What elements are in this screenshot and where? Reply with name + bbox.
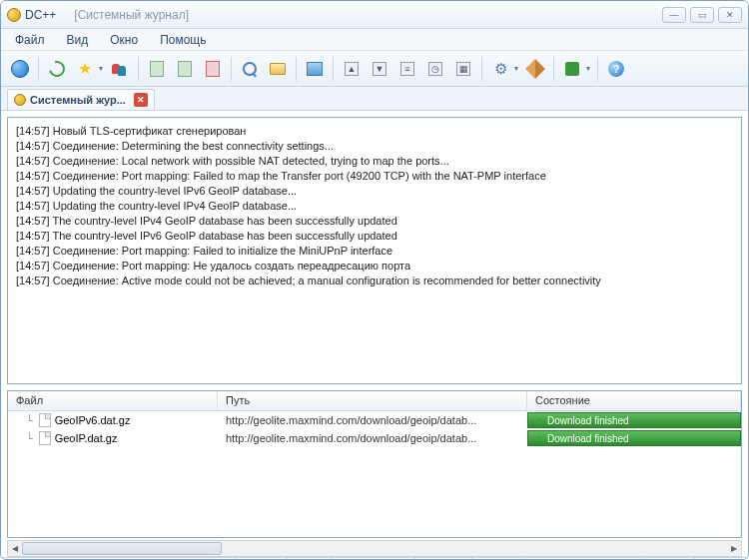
file-path: http://geolite.maxmind.com/download/geoi… (218, 432, 527, 444)
t5-button[interactable]: ▦ (450, 56, 476, 82)
clipboard-up-icon (206, 61, 220, 77)
queue-button[interactable] (144, 56, 170, 82)
col-state[interactable]: Состояние (527, 391, 741, 410)
help-icon: ? (608, 61, 624, 77)
square-up-icon: ▲ (345, 62, 359, 76)
state-text: Download finished (547, 433, 629, 444)
settings-button[interactable]: ⚙ (487, 56, 513, 82)
col-path[interactable]: Путь (218, 391, 527, 410)
window-subtitle: [Системный журнал] (74, 8, 189, 22)
tabstrip: Системный жур... ✕ (1, 87, 748, 111)
square-list-icon: ≡ (400, 62, 414, 76)
finished-ul-button[interactable] (200, 56, 226, 82)
clipboard-down-icon (178, 61, 192, 77)
log-line: [14:57] Соединение: Port mapping: Failed… (16, 169, 733, 184)
refresh-icon (46, 58, 68, 80)
log-line: [14:57] Соединение: Determining the best… (16, 139, 733, 154)
favorites-dropdown[interactable]: ▾ (97, 64, 105, 73)
image-button[interactable] (302, 56, 328, 82)
t3-button[interactable]: ≡ (394, 56, 420, 82)
t1-button[interactable]: ▲ (339, 56, 365, 82)
log-line: [14:57] Updating the country-level IPv4 … (16, 199, 733, 214)
globe-icon (11, 60, 29, 78)
file-icon (39, 431, 51, 445)
reconnect-button[interactable] (44, 56, 70, 82)
log-pane[interactable]: [14:57] Новый TLS-сертификат сгенерирова… (7, 117, 742, 384)
adlsearch-button[interactable] (265, 56, 291, 82)
search-icon (243, 62, 257, 76)
menu-file[interactable]: Файл (15, 33, 45, 47)
log-line: [14:57] Соединение: Active mode could no… (16, 274, 733, 288)
file-icon (39, 413, 51, 427)
progress-bar: ▼Download finished (527, 412, 741, 428)
menubar: Файл Вид Окно Помощь (1, 29, 748, 51)
t2-button[interactable]: ▼ (367, 56, 392, 82)
folder-search-icon (270, 63, 286, 75)
clipboard-icon (150, 61, 164, 77)
log-line: [14:57] Соединение: Local network with p… (16, 154, 733, 169)
minimize-button[interactable]: — (662, 7, 686, 23)
help-button[interactable]: ? (603, 56, 629, 82)
menu-window[interactable]: Окно (110, 33, 138, 47)
tab-system-log[interactable]: Системный жур... ✕ (7, 89, 155, 110)
log-line: [14:57] Соединение: Port mapping: Failed… (16, 244, 733, 259)
titlebar: DC++ [Системный журнал] — ▭ ✕ (1, 1, 748, 29)
transfers-panel: Файл Путь Состояние └GeoIPv6.dat.gz http… (7, 390, 742, 538)
file-path: http://geolite.maxmind.com/download/geoi… (218, 414, 527, 426)
tab-label: Системный жур... (30, 94, 126, 106)
search-button[interactable] (237, 56, 263, 82)
file-name: GeoIP.dat.gz (55, 432, 118, 444)
connect-button[interactable] (7, 56, 33, 82)
col-file[interactable]: Файл (8, 391, 218, 410)
log-line: [14:57] Updating the country-level IPv6 … (16, 184, 733, 199)
plugins-dropdown[interactable]: ▾ (584, 64, 592, 73)
progress-bar: ▼Download finished (527, 430, 741, 446)
app-title: DC++ (25, 8, 56, 22)
close-button[interactable]: ✕ (718, 7, 742, 23)
scroll-thumb[interactable] (22, 542, 222, 555)
plugins-button[interactable] (559, 56, 585, 82)
maximize-button[interactable]: ▭ (690, 7, 714, 23)
scroll-left[interactable]: ◀ (8, 541, 22, 556)
favorites-button[interactable]: ★ (72, 56, 98, 82)
star-icon: ★ (78, 59, 92, 78)
log-line: [14:57] Соединение: Port mapping: Не уда… (16, 259, 733, 274)
transfer-row[interactable]: └GeoIPv6.dat.gz http://geolite.maxmind.c… (8, 411, 741, 429)
toolbar: ★ ▾ ▲ ▼ ≡ ◷ ▦ ⚙ ▾ ▾ ? (1, 51, 748, 87)
file-name: GeoIPv6.dat.gz (55, 414, 131, 426)
transfer-row[interactable]: └GeoIP.dat.gz http://geolite.maxmind.com… (8, 429, 741, 447)
square-clock-icon: ◷ (428, 62, 442, 76)
users-button[interactable] (107, 56, 133, 82)
log-line: [14:57] Новый TLS-сертификат сгенерирова… (16, 124, 733, 139)
users-icon (112, 61, 128, 77)
settings-dropdown[interactable]: ▾ (512, 64, 520, 73)
picture-icon (307, 62, 323, 76)
t4-button[interactable]: ◷ (422, 56, 448, 82)
square-down-icon: ▼ (373, 62, 386, 76)
pencil-icon (525, 59, 545, 79)
log-line: [14:57] The country-level IPv6 GeoIP dat… (16, 229, 733, 244)
square-grid-icon: ▦ (456, 62, 470, 76)
menu-view[interactable]: Вид (67, 33, 89, 47)
finished-dl-button[interactable] (172, 56, 198, 82)
puzzle-icon (565, 62, 579, 76)
notepad-button[interactable] (522, 56, 548, 82)
gear-icon: ⚙ (494, 60, 507, 78)
hscrollbar[interactable]: ◀ ▶ (7, 540, 742, 557)
menu-help[interactable]: Помощь (160, 33, 206, 47)
log-line: [14:57] The country-level IPv4 GeoIP dat… (16, 214, 733, 229)
transfers-header: Файл Путь Состояние (8, 391, 741, 411)
scroll-right[interactable]: ▶ (727, 541, 741, 556)
tab-close-button[interactable]: ✕ (134, 93, 148, 107)
app-icon (7, 8, 21, 22)
state-text: Download finished (547, 415, 629, 426)
transfers-body: └GeoIPv6.dat.gz http://geolite.maxmind.c… (8, 411, 741, 537)
tab-icon (14, 94, 26, 106)
